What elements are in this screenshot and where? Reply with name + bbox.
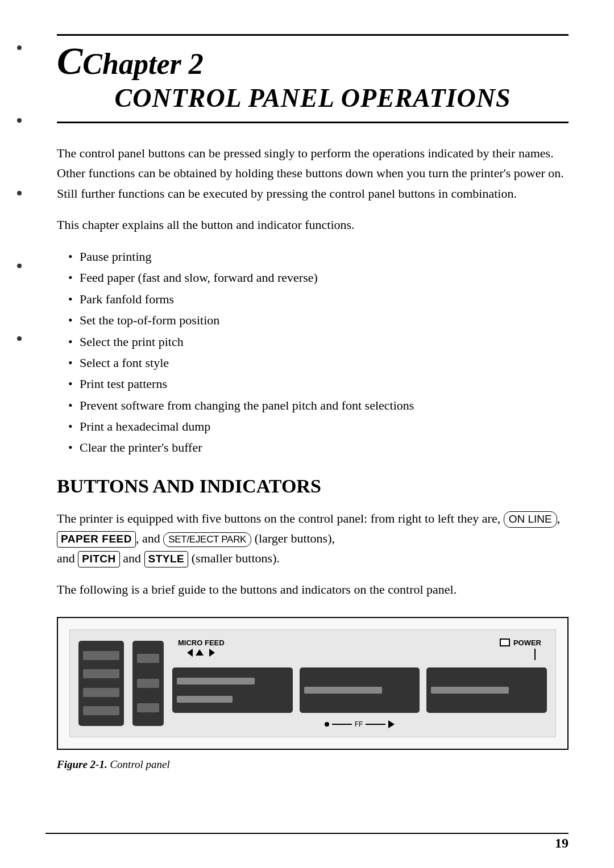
buttons-para-1: The printer is equipped with five button… bbox=[57, 508, 569, 569]
button-bar bbox=[137, 654, 159, 663]
ff-arrow-icon bbox=[388, 720, 395, 728]
button-bar bbox=[83, 688, 119, 697]
list-item: Select a font style bbox=[68, 352, 569, 373]
intro-paragraph-2: This chapter explains all the button and… bbox=[57, 215, 569, 235]
list-item: Clear the printer's buffer bbox=[68, 437, 569, 458]
list-item: Print test patterns bbox=[68, 373, 569, 394]
pitch-button-label: PITCH bbox=[78, 551, 120, 567]
list-item: Prevent software from changing the panel… bbox=[68, 395, 569, 416]
button-bar bbox=[83, 669, 119, 678]
list-item: Print a hexadecimal dump bbox=[68, 416, 569, 437]
figure-caption-text: Control panel bbox=[107, 758, 170, 770]
left-buttons bbox=[78, 639, 164, 728]
chapter-drop-cap: C bbox=[57, 39, 82, 82]
ff-line bbox=[332, 724, 352, 725]
buttons-para-2: The following is a brief guide to the bu… bbox=[57, 579, 569, 599]
margin-dot bbox=[17, 264, 22, 268]
button-bar bbox=[137, 679, 159, 688]
paperfeed-button-label: PAPER FEED bbox=[57, 531, 136, 548]
panel-image: MICRO FEED POWER bbox=[69, 629, 556, 737]
margin-dot bbox=[17, 336, 22, 341]
ff-line bbox=[366, 724, 385, 725]
chapter-label: Chapter bbox=[82, 48, 181, 80]
microfeed-label: MICRO FEED bbox=[178, 639, 225, 647]
indicator-light bbox=[177, 678, 255, 685]
figure-caption: Figure 2-1. Control panel bbox=[57, 758, 569, 771]
control-panel-figure: MICRO FEED POWER bbox=[57, 617, 569, 750]
margin-dot bbox=[17, 191, 22, 195]
panel-top-labels: MICRO FEED POWER bbox=[172, 639, 547, 660]
power-indicator-icon bbox=[500, 639, 510, 646]
arrow-left-icon bbox=[187, 649, 193, 657]
indicator-light bbox=[431, 687, 509, 694]
section-heading: BUTTONS AND INDICATORS bbox=[57, 475, 569, 497]
intro-paragraph-1: The control panel buttons can be pressed… bbox=[57, 143, 569, 203]
panel-buttons-row bbox=[172, 663, 547, 717]
panel-button-3 bbox=[426, 667, 547, 713]
list-item: Set the top-of-form position bbox=[68, 310, 569, 331]
bottom-rule bbox=[45, 833, 569, 834]
panel-button-1 bbox=[172, 667, 293, 713]
indicator-light bbox=[177, 696, 233, 703]
seteject-button-label: SET/EJECT PARK bbox=[163, 532, 251, 547]
right-panel: MICRO FEED POWER bbox=[172, 639, 547, 728]
list-item: Park fanfold forms bbox=[68, 289, 569, 310]
margin-dot bbox=[17, 45, 22, 50]
button-block-2 bbox=[132, 641, 164, 726]
microfeed-label-section: MICRO FEED bbox=[178, 639, 225, 657]
ff-label: FF bbox=[355, 720, 363, 728]
ff-label-row: FF bbox=[172, 720, 547, 728]
microfeed-arrows bbox=[187, 649, 215, 657]
button-bar bbox=[83, 651, 119, 660]
arrow-up-icon bbox=[196, 649, 204, 656]
indicator-light bbox=[304, 687, 382, 694]
chapter-number: 2 bbox=[189, 48, 204, 80]
margin-decoration bbox=[17, 0, 22, 868]
chapter-subtitle: CONTROL PANEL OPERATIONS bbox=[57, 83, 569, 113]
power-label-section: POWER bbox=[500, 639, 541, 660]
online-button-label: ON LINE bbox=[504, 511, 557, 528]
button-bar bbox=[137, 703, 159, 712]
page-container: CChapter 2 CONTROL PANEL OPERATIONS The … bbox=[0, 0, 614, 868]
margin-dot bbox=[17, 118, 22, 123]
buttons-text-before: The printer is equipped with five button… bbox=[57, 511, 500, 525]
list-item: Pause printing bbox=[68, 246, 569, 267]
style-button-label: STYLE bbox=[144, 551, 189, 567]
button-bar bbox=[83, 706, 119, 715]
ff-dot bbox=[325, 722, 329, 727]
button-block-1 bbox=[78, 641, 124, 726]
figure-caption-bold: Figure 2-1. bbox=[57, 758, 107, 770]
panel-button-2 bbox=[300, 667, 420, 713]
list-item: Select the print pitch bbox=[68, 331, 569, 352]
power-label: POWER bbox=[513, 639, 541, 647]
and2-text: and bbox=[57, 551, 75, 565]
arrow-right-icon bbox=[209, 649, 215, 657]
chapter-header: CChapter 2 CONTROL PANEL OPERATIONS bbox=[57, 34, 569, 123]
page-number: 19 bbox=[555, 836, 569, 851]
chapter-title: CChapter 2 bbox=[57, 41, 569, 80]
list-item: Feed paper (fast and slow, forward and r… bbox=[68, 267, 569, 288]
feature-list: Pause printing Feed paper (fast and slow… bbox=[68, 246, 569, 458]
